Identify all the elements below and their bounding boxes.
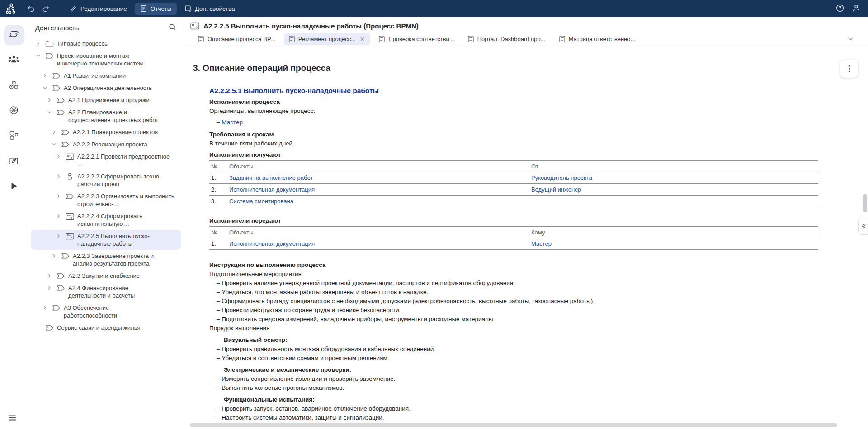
chevron-icon[interactable] — [56, 153, 62, 160]
process-icon — [65, 192, 75, 200]
collapse-panel-button[interactable] — [858, 218, 868, 235]
report-tab[interactable]: Портал. Dashboard про... — [463, 33, 551, 45]
app-logo-icon[interactable] — [5, 2, 18, 15]
instruction-item: – Провести инструктаж по охране труда и … — [209, 306, 854, 315]
chevron-icon[interactable] — [47, 284, 53, 292]
tree-item[interactable]: А2.2.2.3 Организовать и выполнить строит… — [31, 190, 181, 210]
user-icon[interactable] — [852, 4, 862, 14]
report-tab[interactable]: Регламент процесс... — [284, 33, 370, 45]
chevron-icon[interactable] — [56, 173, 62, 180]
chevron-down-icon[interactable] — [847, 36, 854, 43]
rail-item[interactable] — [4, 177, 24, 197]
order-line: Визуальный осмотр: — [209, 336, 854, 345]
receive-title: Исполнители получают — [209, 150, 854, 159]
tree-item-label: А3 Обеспечение работоспособности — [64, 304, 161, 319]
docpage-icon — [379, 36, 385, 43]
chevron-icon[interactable] — [42, 304, 48, 312]
menu-burger-icon[interactable] — [8, 415, 20, 424]
tree-item[interactable]: А2.2.2 Реализация проекта — [31, 138, 181, 150]
process-icon — [60, 128, 70, 136]
chevron-icon[interactable] — [51, 128, 57, 136]
tree-item[interactable]: Типовые процессы — [31, 37, 181, 50]
topbar-mode-button[interactable]: Редактирование — [65, 3, 132, 15]
tree-item[interactable]: А2.2.2.1 Провести предпроектное ... — [31, 150, 181, 170]
kebab-menu-button[interactable] — [840, 60, 858, 78]
process-icon — [51, 84, 61, 92]
row-number: 2. — [209, 184, 229, 196]
search-icon[interactable] — [168, 23, 177, 32]
tree-item[interactable]: А2.2.2.5 Выполнить пуско-наладочные рабо… — [31, 230, 181, 250]
chevron-icon[interactable] — [56, 232, 62, 240]
rail-item[interactable] — [4, 51, 24, 70]
vertical-scrollbar[interactable] — [863, 194, 867, 212]
rail-item[interactable] — [4, 76, 24, 96]
shapes-icon — [8, 131, 19, 142]
report-tab[interactable]: Описание процесса BP... — [193, 33, 280, 45]
chevron-icon[interactable] — [42, 84, 48, 92]
tree-item-label: А2.2.2.3 Организовать и выполнить строит… — [77, 192, 175, 208]
object-link[interactable]: Исполнительная документация — [229, 186, 315, 193]
chevron-icon[interactable] — [56, 212, 62, 220]
tree-item[interactable]: А3 Обеспечение работоспособности — [31, 302, 181, 322]
tree-item[interactable]: А2.2.1 Планирование проектов — [31, 126, 181, 138]
report-tab[interactable]: Проверка соответстви... — [374, 33, 459, 45]
undo-button[interactable] — [25, 3, 37, 14]
process-icon — [56, 108, 66, 116]
instruction-title: Инструкция по выполнению процесса — [209, 261, 854, 270]
bpmn-icon — [65, 212, 75, 220]
performer-link[interactable]: Мастер — [222, 119, 243, 126]
activity-tree-panel: Деятельность Типовые процессы Проектиров… — [28, 17, 184, 430]
chevron-icon[interactable] — [35, 40, 42, 47]
rail-item[interactable] — [4, 101, 24, 121]
chevron-icon[interactable] — [47, 272, 53, 280]
doc-section-heading: 3. Описание операций процесса — [193, 63, 854, 73]
rail-item[interactable] — [4, 25, 24, 45]
tree-list: Типовые процессы Проектирование и монтаж… — [28, 36, 184, 334]
document-view: 3. Описание операций процесса А2.2.2.5.1… — [184, 45, 868, 422]
rail-item[interactable] — [4, 152, 24, 172]
bpmn-icon — [65, 153, 75, 160]
tree-item[interactable]: А2.2 Планирование и осуществление проект… — [31, 106, 181, 126]
row-number: 1. — [209, 238, 229, 250]
party-link[interactable]: Руководитель проекта — [531, 174, 592, 181]
tree-item[interactable]: А2.3 Закупки и снабжение — [31, 270, 181, 282]
topbar-mode-button[interactable]: Доп. свойства — [179, 3, 240, 15]
chevron-icon[interactable] — [47, 108, 53, 116]
tree-item[interactable]: А2.4 Финансирование деятельности и расче… — [31, 282, 181, 302]
docgear-icon — [184, 5, 192, 13]
horizontal-scrollbar[interactable] — [190, 423, 837, 427]
report-tab[interactable]: Матрица ответственно... — [554, 33, 641, 45]
chevron-icon[interactable] — [56, 192, 62, 200]
chevron-icon[interactable] — [51, 140, 57, 148]
tree-item[interactable]: А2.2.2.2 Сформировать техно-рабочий прое… — [31, 170, 181, 190]
object-link[interactable]: Задания на выполнение работ — [229, 174, 313, 181]
tree-item[interactable]: А2.2.2.4 Сформировать исполнительную ... — [31, 210, 181, 230]
object-link[interactable]: Система смонтирована — [229, 198, 293, 205]
chevron-icon[interactable] — [47, 96, 53, 104]
tree-item-label: Сервис сдачи и аренды жилья — [57, 324, 140, 332]
party-link[interactable]: Ведущий инженер — [531, 186, 581, 193]
tree-item[interactable]: А2.1 Продвижение и продажи — [31, 94, 181, 106]
help-icon[interactable] — [835, 4, 845, 14]
chevron-icon[interactable] — [35, 52, 42, 60]
close-icon[interactable] — [360, 37, 365, 42]
tree-item[interactable]: А2.2.3 Завершение проекта и анализ резул… — [31, 250, 181, 270]
table-row: 1. Исполнительная документация Мастер — [209, 238, 818, 250]
tree-item[interactable]: А2 Операционная деятельность — [31, 82, 181, 94]
docpage-icon — [468, 36, 474, 43]
chevron-icon[interactable] — [51, 252, 57, 260]
tree-item[interactable]: А1 Развитие компании — [31, 70, 181, 82]
object-link[interactable]: Исполнительная документация — [229, 240, 315, 247]
topbar-mode-button[interactable]: Отчеты — [135, 3, 177, 15]
order-title: Порядок выполнения — [209, 324, 854, 333]
party-link[interactable]: Мастер — [531, 240, 552, 247]
process-icon — [60, 252, 70, 260]
left-icon-rail — [0, 17, 28, 430]
tree-item[interactable]: Проектирование и монтаж инженерно-технич… — [31, 50, 181, 70]
process-icon — [51, 304, 61, 312]
col-header-num: № — [209, 161, 229, 172]
tree-item[interactable]: Сервис сдачи и аренды жилья — [31, 322, 181, 334]
chevron-icon[interactable] — [42, 72, 48, 79]
redo-button[interactable] — [40, 3, 52, 14]
rail-item[interactable] — [4, 126, 24, 146]
